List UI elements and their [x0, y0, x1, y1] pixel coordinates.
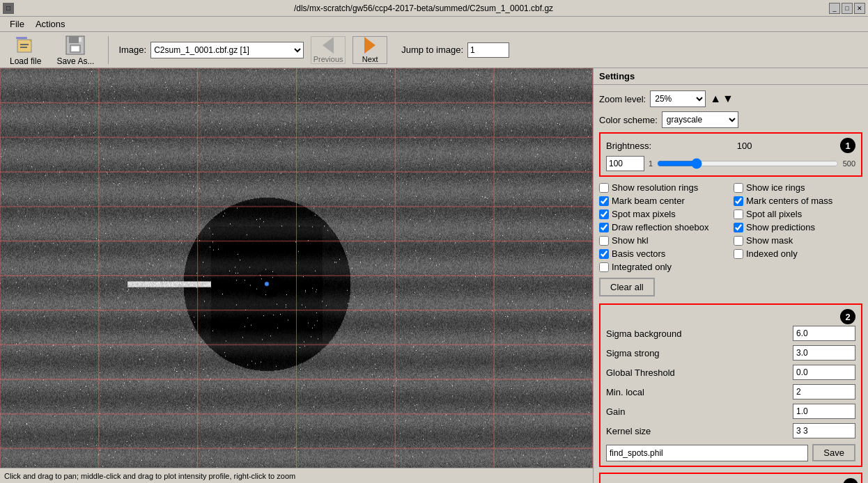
show-resolution-rings-checkbox[interactable] — [599, 183, 609, 193]
brightness-slider-row: 1 500 — [606, 156, 855, 171]
settings-title: Settings — [594, 68, 868, 85]
diffraction-canvas — [0, 68, 593, 483]
show-mask-label: Show mask — [746, 235, 793, 246]
mark-centers-of-mass-checkbox[interactable] — [734, 196, 743, 206]
circle-2: 2 — [840, 309, 855, 324]
jump-input[interactable] — [467, 42, 509, 58]
sigma-strong-label: Sigma strong — [606, 348, 793, 358]
min-local-label: Min. local — [606, 387, 793, 397]
min-local-input[interactable] — [793, 384, 855, 399]
checkbox-integrated-only: Integrated only — [599, 262, 728, 272]
svg-rect-0 — [17, 40, 31, 52]
save-as-button[interactable]: Save As... — [52, 33, 98, 68]
show-mask-checkbox[interactable] — [734, 236, 743, 246]
zoom-label: Zoom level: — [599, 94, 646, 104]
checkbox-show-predictions: Show predictions — [734, 222, 862, 232]
slider-min: 1 — [649, 159, 653, 168]
zoom-up-icon[interactable]: ▲ — [710, 93, 721, 104]
svg-rect-3 — [20, 47, 27, 48]
phil-filename-input[interactable] — [606, 445, 808, 461]
image-selector-group: Image: C2sum_1_0001.cbf.gz [1] — [118, 42, 304, 58]
checkbox-basis-vectors: Basis vectors — [599, 248, 728, 259]
basis-vectors-checkbox[interactable] — [599, 249, 609, 259]
checkbox-indexed-only: Indexed only — [734, 248, 862, 259]
svg-rect-8 — [72, 47, 79, 51]
global-threshold-label: Global Threshold — [606, 367, 793, 378]
window-title: /dls/mx-scratch/gw56/ccp4-2017-beta/summ… — [18, 3, 829, 13]
min-local-row: Min. local — [606, 384, 855, 399]
show-predictions-label: Show predictions — [746, 222, 815, 232]
mark-beam-center-label: Mark beam center — [612, 196, 685, 206]
image-label: Image: — [118, 45, 146, 55]
svg-rect-4 — [16, 37, 27, 39]
menu-file[interactable]: File — [4, 17, 30, 31]
previous-label: Previous — [313, 55, 343, 63]
load-file-label: Load file — [10, 56, 41, 66]
svg-rect-6 — [69, 36, 79, 43]
phil-row: Save — [606, 444, 855, 461]
zoom-select[interactable]: 10% 25% 50% 100% 200% — [650, 90, 706, 107]
svg-rect-9 — [79, 38, 82, 42]
maximize-button[interactable]: □ — [842, 3, 853, 14]
load-file-icon — [15, 34, 37, 56]
save-button[interactable]: Save — [812, 444, 855, 461]
next-label: Next — [362, 55, 378, 63]
kernel-size-label: Kernel size — [606, 426, 793, 436]
kernel-size-row: Kernel size — [606, 423, 855, 438]
checkbox-spot-max-pixels: Spot max pixels — [599, 209, 728, 219]
indexed-only-checkbox[interactable] — [734, 249, 743, 259]
spot-all-pixels-checkbox[interactable] — [734, 209, 743, 219]
checkboxes-grid: Show resolution rings Show ice rings Mar… — [599, 182, 862, 272]
sigma-strong-input[interactable] — [793, 345, 855, 361]
draw-reflection-shoebox-checkbox[interactable] — [599, 223, 609, 232]
image-select[interactable]: C2sum_1_0001.cbf.gz [1] — [150, 42, 304, 58]
checkbox-mark-beam-center: Mark beam center — [599, 196, 728, 206]
settings-panel: Settings Zoom level: 10% 25% 50% 100% 20… — [593, 68, 868, 483]
mark-centers-of-mass-label: Mark centers of mass — [746, 196, 832, 206]
kernel-size-input[interactable] — [793, 423, 855, 438]
checkbox-show-mask: Show mask — [734, 235, 862, 246]
save-as-label: Save As... — [56, 56, 94, 66]
sigma-background-label: Sigma background — [606, 328, 793, 339]
previous-button[interactable]: Previous — [311, 36, 346, 64]
show-hkl-label: Show hkl — [612, 235, 649, 246]
close-button[interactable]: ✕ — [854, 3, 865, 14]
show-hkl-checkbox[interactable] — [599, 236, 609, 246]
load-file-button[interactable]: Load file — [6, 33, 45, 68]
show-predictions-checkbox[interactable] — [734, 223, 743, 232]
app-icon: □ — [3, 3, 14, 14]
show-resolution-rings-label: Show resolution rings — [612, 182, 698, 193]
brightness-display: 100 — [737, 141, 752, 151]
next-button[interactable]: Next — [352, 36, 387, 64]
zoom-row: Zoom level: 10% 25% 50% 100% 200% ▲ ▼ — [599, 90, 862, 107]
clear-all-button[interactable]: Clear all — [599, 278, 655, 296]
status-text: Click and drag to pan; middle-click and … — [4, 472, 295, 480]
checkbox-spot-all-pixels: Spot all pixels — [734, 209, 862, 219]
window-controls: _ □ ✕ — [829, 3, 865, 14]
spot-max-pixels-checkbox[interactable] — [599, 209, 609, 219]
basis-vectors-label: Basis vectors — [612, 248, 665, 259]
gain-input[interactable] — [793, 404, 855, 419]
global-threshold-input[interactable] — [793, 365, 855, 380]
checkbox-draw-reflection-shoebox: Draw reflection shoebox — [599, 222, 728, 232]
svg-rect-2 — [20, 44, 29, 45]
draw-reflection-shoebox-label: Draw reflection shoebox — [612, 222, 708, 232]
circle-3: 3 — [843, 478, 858, 483]
brightness-input[interactable] — [606, 156, 644, 171]
bottom-buttons-box: 3 image mean variance dispersion sigma_b… — [599, 473, 862, 483]
title-bar: □ /dls/mx-scratch/gw56/ccp4-2017-beta/su… — [0, 0, 868, 17]
minimize-button[interactable]: _ — [829, 3, 840, 14]
zoom-down-icon[interactable]: ▼ — [722, 93, 734, 104]
image-panel[interactable]: Click and drag to pan; middle-click and … — [0, 68, 593, 483]
show-ice-rings-checkbox[interactable] — [734, 183, 743, 193]
menu-actions[interactable]: Actions — [30, 17, 71, 31]
integrated-only-label: Integrated only — [612, 262, 672, 272]
settings-content: Zoom level: 10% 25% 50% 100% 200% ▲ ▼ Co… — [594, 85, 868, 483]
integrated-only-checkbox[interactable] — [599, 262, 609, 272]
brightness-slider[interactable] — [657, 157, 839, 170]
sigma-background-input[interactable] — [793, 326, 855, 341]
mark-beam-center-checkbox[interactable] — [599, 196, 609, 206]
next-arrow-icon — [364, 37, 375, 54]
circle-1: 1 — [840, 138, 855, 153]
color-scheme-select[interactable]: grayscale rainbow heat — [662, 111, 738, 128]
